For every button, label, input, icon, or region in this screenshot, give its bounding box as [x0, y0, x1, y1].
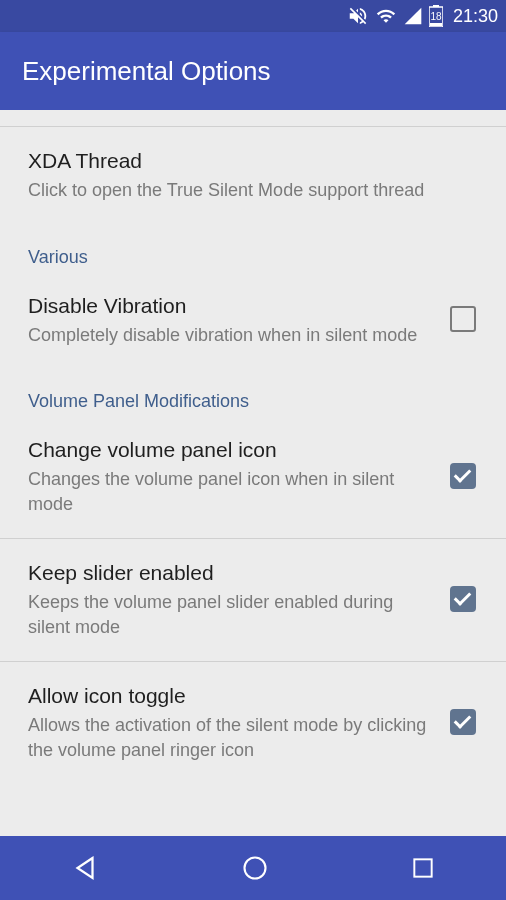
item-title: Disable Vibration	[28, 292, 434, 319]
keep-slider-item[interactable]: Keep slider enabled Keeps the volume pan…	[0, 539, 506, 661]
allow-icon-toggle-item[interactable]: Allow icon toggle Allows the activation …	[0, 662, 506, 784]
wifi-icon	[375, 6, 397, 26]
section-header-volume-panel: Volume Panel Modifications	[0, 369, 506, 416]
item-subtitle: Changes the volume panel icon when in si…	[28, 467, 434, 516]
app-bar: Experimental Options	[0, 32, 506, 110]
svg-rect-2	[430, 23, 442, 26]
svg-rect-4	[414, 859, 431, 876]
battery-level: 18	[429, 11, 443, 22]
item-subtitle: Completely disable vibration when in sil…	[28, 323, 434, 347]
battery-icon: 18	[429, 5, 443, 27]
checkbox-unchecked-icon[interactable]	[450, 306, 476, 332]
item-title: Change volume panel icon	[28, 436, 434, 463]
checkbox-checked-icon[interactable]	[450, 709, 476, 735]
xda-thread-item[interactable]: XDA Thread Click to open the True Silent…	[0, 127, 506, 225]
home-button[interactable]	[241, 854, 269, 882]
item-subtitle: Keeps the volume panel slider enabled du…	[28, 590, 434, 639]
section-header-various: Various	[0, 225, 506, 272]
status-bar: 18 21:30	[0, 0, 506, 32]
item-subtitle: Click to open the True Silent Mode suppo…	[28, 178, 484, 202]
change-volume-icon-item[interactable]: Change volume panel icon Changes the vol…	[0, 416, 506, 538]
disable-vibration-item[interactable]: Disable Vibration Completely disable vib…	[0, 272, 506, 370]
signal-icon	[403, 6, 423, 26]
mute-icon	[347, 5, 369, 27]
back-button[interactable]	[70, 853, 100, 883]
checkbox-checked-icon[interactable]	[450, 586, 476, 612]
checkbox-checked-icon[interactable]	[450, 463, 476, 489]
item-title: Keep slider enabled	[28, 559, 434, 586]
clock-text: 21:30	[453, 6, 498, 27]
settings-list: XDA Thread Click to open the True Silent…	[0, 110, 506, 836]
item-title: XDA Thread	[28, 147, 484, 174]
navigation-bar	[0, 836, 506, 900]
item-subtitle: Allows the activation of the silent mode…	[28, 713, 434, 762]
item-title: Allow icon toggle	[28, 682, 434, 709]
page-title: Experimental Options	[22, 56, 271, 87]
svg-point-3	[244, 858, 265, 879]
recent-apps-button[interactable]	[410, 855, 436, 881]
